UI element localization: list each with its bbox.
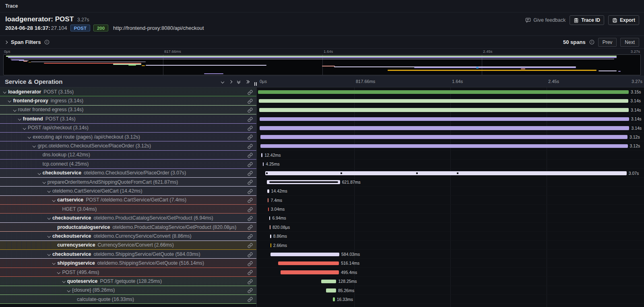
- span-duration-bar[interactable]: [261, 153, 263, 157]
- span-name-cell[interactable]: prepareOrderItemsAndShippingQuoteFromCar…: [0, 178, 256, 187]
- span-duration-bar[interactable]: [278, 261, 339, 266]
- span-duration-bar[interactable]: [268, 207, 269, 212]
- span-name-cell[interactable]: executing api route (pages) /api/checkou…: [0, 133, 256, 141]
- span-link-icon[interactable]: [248, 134, 253, 141]
- span-duration-bar[interactable]: [267, 189, 269, 193]
- span-link-icon[interactable]: [248, 207, 253, 214]
- span-row[interactable]: frontend-proxyingress (3.14s)3.14s: [0, 96, 644, 105]
- span-row[interactable]: prepareOrderItemsAndShippingQuoteFromCar…: [0, 178, 644, 187]
- span-link-icon[interactable]: [248, 162, 253, 169]
- span-name-cell[interactable]: frontend-proxyingress (3.14s): [0, 96, 256, 105]
- chevron-down-icon[interactable]: [67, 288, 70, 292]
- span-filters-expand-icon[interactable]: [4, 40, 8, 44]
- span-duration-bar[interactable]: [321, 280, 336, 284]
- span-row[interactable]: checkoutserviceoteldemo.CheckoutService/…: [0, 169, 644, 178]
- span-link-icon[interactable]: [248, 279, 253, 286]
- minimap-canvas[interactable]: [3, 54, 641, 75]
- span-duration-bar[interactable]: [260, 126, 629, 130]
- chevron-down-icon[interactable]: [47, 189, 51, 193]
- span-duration-bar[interactable]: [259, 108, 629, 112]
- span-row[interactable]: executing api route (pages) /api/checkou…: [0, 133, 644, 141]
- chevron-down-icon[interactable]: [3, 90, 6, 93]
- span-row[interactable]: quoteservicePOST /getquote (128.25ms)128…: [0, 277, 644, 286]
- trace-id-button[interactable]: Trace ID: [570, 15, 604, 25]
- span-link-icon[interactable]: [248, 224, 253, 232]
- span-name-cell[interactable]: oteldemo.CartService/GetCart (14.42ms): [0, 187, 256, 195]
- chevron-down-icon[interactable]: [47, 216, 51, 220]
- span-row[interactable]: calculate-quote (16.33ms)16.33ms: [0, 295, 644, 304]
- span-name-cell[interactable]: loadgeneratorPOST (3.15s): [0, 87, 256, 96]
- span-link-icon[interactable]: [248, 252, 253, 259]
- span-row[interactable]: frontendPOST (3.14s)3.14s: [0, 114, 644, 123]
- span-name-cell[interactable]: tcp.connect (4.25ms): [0, 160, 256, 168]
- span-duration-bar[interactable]: [270, 243, 271, 247]
- span-row[interactable]: HGET (3.04ms)3.04ms: [0, 205, 644, 214]
- chevron-down-icon[interactable]: [52, 261, 56, 265]
- span-link-icon[interactable]: [248, 107, 253, 114]
- span-duration-bar[interactable]: [270, 253, 339, 257]
- span-link-icon[interactable]: [248, 189, 253, 196]
- span-name-cell[interactable]: shippingserviceoteldemo.ShippingService/…: [0, 259, 256, 268]
- span-duration-bar[interactable]: [333, 297, 335, 301]
- span-name-cell[interactable]: checkoutserviceoteldemo.CheckoutService/…: [0, 169, 256, 178]
- chevron-down-icon[interactable]: [37, 171, 41, 174]
- span-row[interactable]: cartservicePOST /oteldemo.CartService/Ge…: [0, 196, 644, 205]
- give-feedback-button[interactable]: Give feedback: [525, 17, 566, 23]
- span-name-cell[interactable]: currencyserviceCurrencyService/Convert (…: [0, 241, 256, 250]
- span-link-icon[interactable]: [248, 297, 253, 304]
- span-link-icon[interactable]: [248, 270, 253, 277]
- chevron-down-icon[interactable]: [8, 99, 11, 102]
- span-link-icon[interactable]: [248, 143, 253, 151]
- span-row[interactable]: loadgeneratorPOST (3.15s)3.15s: [0, 87, 644, 96]
- span-link-icon[interactable]: [248, 125, 253, 133]
- chevron-down-icon[interactable]: [57, 271, 60, 274]
- span-duration-bar[interactable]: [281, 270, 339, 274]
- span-duration-bar[interactable]: [270, 225, 270, 229]
- span-name-cell[interactable]: POST /api/checkout (3.14s): [0, 124, 256, 133]
- span-duration-bar[interactable]: [263, 162, 264, 166]
- span-duration-bar[interactable]: [258, 90, 629, 94]
- span-name-cell[interactable]: checkoutserviceoteldemo.ProductCatalogSe…: [0, 214, 256, 222]
- chevron-down-icon[interactable]: [28, 135, 31, 139]
- span-duration-bar[interactable]: [260, 117, 629, 121]
- span-name-cell[interactable]: checkoutserviceoteldemo.ShippingService/…: [0, 250, 256, 259]
- span-name-cell[interactable]: POST (495.4ms): [0, 268, 256, 277]
- span-link-icon[interactable]: [248, 261, 253, 268]
- span-row[interactable]: POST (495.4ms)495.4ms: [0, 268, 644, 277]
- span-name-cell[interactable]: dns.lookup (12.42ms): [0, 151, 256, 160]
- span-name-cell[interactable]: HGET (3.04ms): [0, 205, 256, 214]
- span-row[interactable]: tcp.connect (4.25ms)4.25ms: [0, 160, 644, 168]
- chevron-down-icon[interactable]: [62, 280, 65, 283]
- span-duration-bar[interactable]: [265, 171, 627, 175]
- chevron-down-icon[interactable]: [47, 234, 51, 238]
- chevron-down-icon[interactable]: [43, 180, 46, 184]
- span-name-cell[interactable]: router frontend egress (3.14s): [0, 106, 256, 114]
- chevron-down-icon[interactable]: [13, 108, 16, 112]
- span-duration-bar[interactable]: [269, 216, 270, 220]
- collapse-all-icon[interactable]: [237, 80, 240, 83]
- span-link-icon[interactable]: [248, 170, 253, 178]
- span-duration-bar[interactable]: [259, 99, 628, 103]
- span-row[interactable]: checkoutserviceoteldemo.CurrencyService/…: [0, 232, 644, 241]
- span-name-cell[interactable]: productcatalogserviceoteldemo.ProductCat…: [0, 223, 256, 232]
- span-name-cell[interactable]: frontendPOST (3.14s): [0, 114, 256, 123]
- span-link-icon[interactable]: [248, 116, 253, 124]
- expand-all-icon[interactable]: [246, 81, 249, 83]
- span-duration-bar[interactable]: [267, 180, 340, 184]
- span-link-icon[interactable]: [248, 152, 253, 160]
- span-row[interactable]: checkoutserviceoteldemo.ProductCatalogSe…: [0, 214, 644, 222]
- span-row[interactable]: POST /api/checkout (3.14s)3.14s: [0, 124, 644, 133]
- span-count-info-icon[interactable]: [589, 39, 594, 45]
- span-row[interactable]: dns.lookup (12.42ms)12.42ms: [0, 151, 644, 160]
- span-row[interactable]: router frontend egress (3.14s)3.14s: [0, 106, 644, 114]
- span-duration-bar[interactable]: [268, 198, 268, 202]
- span-link-icon[interactable]: [248, 234, 253, 241]
- chevron-down-icon[interactable]: [47, 253, 51, 256]
- chevron-down-icon[interactable]: [33, 144, 36, 147]
- prev-button[interactable]: Prev: [598, 38, 617, 47]
- expand-one-icon[interactable]: [229, 81, 232, 83]
- span-row[interactable]: productcatalogserviceoteldemo.ProductCat…: [0, 223, 644, 232]
- span-filters-info-icon[interactable]: [44, 39, 50, 45]
- span-name-cell[interactable]: {closure} (85.26ms): [0, 286, 256, 295]
- span-name-cell[interactable]: calculate-quote (16.33ms): [0, 295, 256, 304]
